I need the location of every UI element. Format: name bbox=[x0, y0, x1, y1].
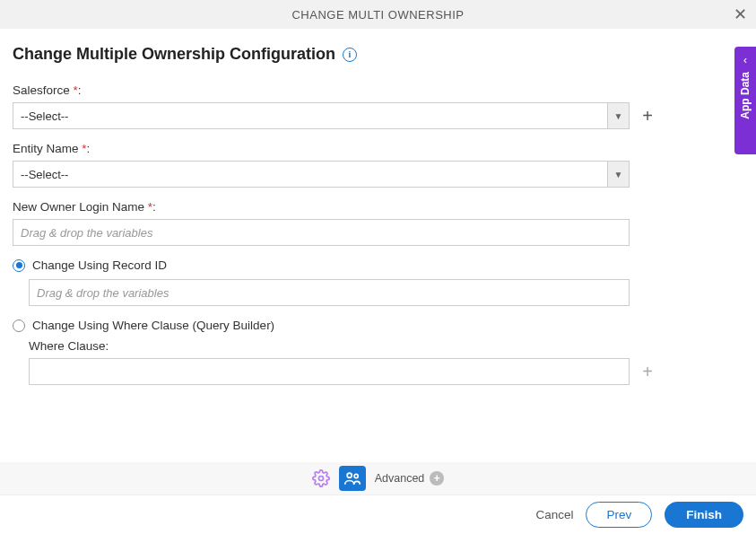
where-clause-section: Change Using Where Clause (Query Builder… bbox=[13, 319, 743, 385]
prev-button[interactable]: Prev bbox=[586, 502, 652, 528]
app-data-panel-toggle[interactable]: ‹ App Data bbox=[734, 47, 756, 154]
modal-title: CHANGE MULTI OWNERSHIP bbox=[291, 8, 464, 22]
radio-change-record-id[interactable]: Change Using Record ID bbox=[13, 258, 743, 272]
record-id-input[interactable]: Drag & drop the variables bbox=[29, 279, 630, 306]
new-owner-input[interactable]: Drag & drop the variables bbox=[13, 219, 630, 246]
page-title-row: Change Multiple Ownership Configuration … bbox=[13, 45, 743, 64]
plus-circle-icon: + bbox=[430, 471, 444, 486]
gear-icon[interactable] bbox=[312, 469, 330, 487]
radio-selected-icon bbox=[13, 259, 25, 272]
finish-button[interactable]: Finish bbox=[665, 502, 743, 528]
info-icon[interactable]: i bbox=[343, 48, 357, 62]
entity-select[interactable]: --Select-- ▼ bbox=[13, 161, 630, 188]
where-clause-label: Where Clause: bbox=[29, 339, 743, 353]
app-data-label: App Data bbox=[739, 72, 752, 119]
salesforce-label: Salesforce *: bbox=[13, 83, 743, 97]
entity-select-value: --Select-- bbox=[13, 162, 607, 187]
chevron-down-icon: ▼ bbox=[607, 103, 629, 128]
new-owner-field: New Owner Login Name *: Drag & drop the … bbox=[13, 200, 743, 246]
add-salesforce-button[interactable]: + bbox=[639, 107, 656, 125]
radio-where-label: Change Using Where Clause (Query Builder… bbox=[32, 319, 274, 332]
advanced-toggle[interactable]: Advanced + bbox=[375, 471, 445, 486]
chevron-down-icon: ▼ bbox=[607, 162, 629, 187]
form-content: Change Multiple Ownership Configuration … bbox=[0, 29, 756, 385]
add-where-clause-button[interactable]: + bbox=[639, 363, 656, 381]
radio-record-id-label: Change Using Record ID bbox=[32, 258, 167, 272]
new-owner-label: New Owner Login Name *: bbox=[13, 200, 743, 214]
footer-actions: Cancel Prev Finish bbox=[0, 495, 756, 534]
where-clause-input[interactable] bbox=[29, 358, 630, 385]
salesforce-field: Salesforce *: --Select-- ▼ + bbox=[13, 83, 743, 129]
svg-point-1 bbox=[347, 473, 352, 477]
svg-point-0 bbox=[318, 477, 323, 481]
advanced-label: Advanced bbox=[375, 472, 425, 485]
entity-label: Entity Name *: bbox=[13, 142, 743, 155]
radio-unselected-icon bbox=[13, 320, 25, 332]
entity-field: Entity Name *: --Select-- ▼ bbox=[13, 142, 743, 188]
svg-point-2 bbox=[354, 474, 358, 477]
chevron-left-icon: ‹ bbox=[743, 54, 747, 66]
close-icon[interactable]: ✕ bbox=[734, 4, 748, 24]
group-icon-button[interactable] bbox=[339, 466, 366, 491]
record-id-section: Change Using Record ID Drag & drop the v… bbox=[13, 258, 743, 306]
cancel-button[interactable]: Cancel bbox=[535, 508, 573, 521]
page-title: Change Multiple Ownership Configuration bbox=[13, 45, 335, 64]
salesforce-select[interactable]: --Select-- ▼ bbox=[13, 102, 630, 129]
salesforce-select-value: --Select-- bbox=[13, 103, 607, 128]
bottom-toolbar: Advanced + bbox=[0, 462, 756, 495]
radio-change-where-clause[interactable]: Change Using Where Clause (Query Builder… bbox=[13, 319, 743, 332]
modal-header: CHANGE MULTI OWNERSHIP ✕ bbox=[0, 0, 756, 29]
